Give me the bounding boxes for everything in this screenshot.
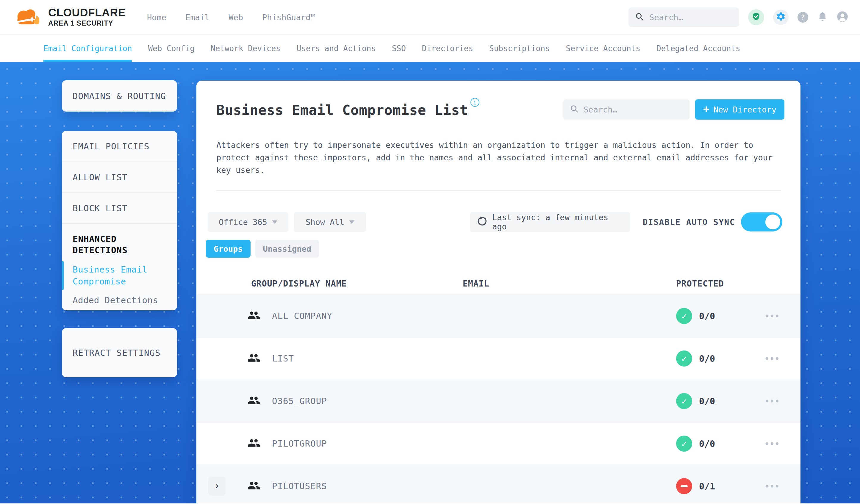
tab-groups[interactable]: Groups [206, 240, 250, 258]
sidebar-label-domains-routing: DOMAINS & ROUTING [73, 91, 166, 101]
sidebar-item-block-list[interactable]: BLOCK LIST [62, 193, 177, 224]
tab-directories[interactable]: Directories [422, 35, 473, 62]
group-name: PILOTGROUP [272, 438, 327, 449]
row-menu-button[interactable] [766, 441, 778, 447]
protected-count: 0/0 [699, 354, 715, 364]
group-icon [247, 395, 260, 407]
group-name: ALL COMPANY [272, 311, 332, 321]
tab-service-accounts[interactable]: Service Accounts [566, 35, 640, 62]
sidebar-item-business-email-compromise[interactable]: Business Email Compromise [73, 264, 166, 287]
group-name: PILOTUSERS [272, 481, 327, 491]
column-protected: PROTECTED [676, 279, 724, 289]
divider [216, 190, 781, 191]
bell-icon [817, 17, 828, 23]
sidebar-item-added-detections[interactable]: Added Detections [73, 295, 166, 305]
sidebar-label-block-list: BLOCK LIST [73, 203, 128, 213]
tab-users-and-actions[interactable]: Users and Actions [297, 35, 376, 62]
search-icon [570, 104, 579, 115]
sidebar-item-enhanced-detections[interactable]: ENHANCED DETECTIONS [73, 233, 166, 256]
table-row: › PILOTGROUP ✓ 0/0 [197, 422, 801, 465]
notifications-button[interactable] [817, 11, 828, 23]
sidebar-section-enhanced-detections: ENHANCED DETECTIONS Business Email Compr… [62, 224, 177, 305]
check-icon: ✓ [682, 438, 687, 449]
refresh-icon [477, 216, 487, 228]
group-icon [247, 480, 260, 492]
brand-subname: AREA 1 SECURITY [48, 19, 126, 27]
table-body: › ALL COMPANY ✓ 0/0 › LIST ✓ 0/0 › O365_… [197, 294, 801, 503]
group-icon [247, 437, 260, 450]
sidebar-item-allow-list[interactable]: ALLOW LIST [62, 162, 177, 193]
group-name: LIST [272, 354, 294, 363]
brand-text: CLOUDFLARE AREA 1 SECURITY [48, 7, 126, 27]
global-search[interactable] [629, 8, 739, 27]
protected-status-badge: ✓ [676, 308, 692, 324]
row-menu-button[interactable] [766, 356, 778, 362]
list-search-input[interactable] [584, 105, 683, 114]
chevron-down-icon [272, 220, 277, 224]
row-menu-button[interactable] [766, 313, 778, 319]
cloudflare-logo[interactable]: CLOUDFLARE AREA 1 SECURITY [12, 7, 126, 27]
check-icon: ✓ [682, 396, 687, 406]
help-button[interactable]: ? [798, 12, 808, 23]
page-title-text: Business Email Compromise List [216, 102, 468, 118]
directory-dropdown[interactable]: Office 365 [208, 212, 288, 232]
show-filter-value: Show All [306, 217, 344, 227]
settings-button[interactable] [773, 10, 789, 25]
protected-count: 0/0 [699, 438, 715, 449]
new-directory-label: New Directory [714, 105, 776, 114]
table-row: › LIST ✓ 0/0 [197, 337, 801, 380]
nav-email[interactable]: Email [185, 13, 210, 22]
plus-icon: + [703, 104, 709, 114]
new-directory-button[interactable]: + New Directory [695, 99, 785, 120]
column-email: EMAIL [463, 279, 489, 289]
sidebar-card-policies: EMAIL POLICIES ALLOW LIST BLOCK LIST ENH… [62, 131, 177, 310]
security-status-button[interactable] [748, 9, 764, 25]
last-sync-text: Last sync: a few minutes ago [492, 213, 624, 231]
auto-sync-toggle[interactable] [741, 213, 782, 231]
tab-web-config[interactable]: Web Config [148, 35, 195, 62]
list-search[interactable] [563, 99, 689, 120]
tab-email-configuration[interactable]: Email Configuration [43, 35, 132, 62]
question-mark-icon: ? [801, 13, 805, 21]
minus-icon [680, 485, 688, 487]
sidebar-item-email-policies[interactable]: EMAIL POLICIES [62, 131, 177, 162]
row-menu-button[interactable] [766, 398, 778, 404]
sidebar-item-retract-settings[interactable]: RETRACT SETTINGS [62, 328, 177, 377]
shield-check-icon [751, 12, 761, 23]
user-avatar-icon [837, 18, 848, 24]
expand-chevron-icon[interactable]: › [208, 477, 226, 496]
protected-status-badge: ✓ [676, 478, 692, 494]
tab-subscriptions[interactable]: Subscriptions [489, 35, 550, 62]
tab-sso[interactable]: SSO [392, 35, 406, 62]
info-icon[interactable]: i [471, 98, 479, 107]
table-row: › ALL COMPANY ✓ 0/0 [197, 294, 801, 337]
tab-unassigned[interactable]: Unassigned [255, 240, 319, 258]
tab-network-devices[interactable]: Network Devices [211, 35, 281, 62]
global-search-input[interactable] [649, 13, 733, 22]
show-filter-dropdown[interactable]: Show All [294, 212, 366, 232]
check-icon: ✓ [682, 354, 687, 364]
top-nav: Home Email Web PhishGuard™ [147, 13, 315, 22]
check-icon: ✓ [682, 311, 687, 321]
section-tabs: Email Configuration Web Config Network D… [0, 35, 860, 62]
search-icon [635, 12, 644, 22]
cloudflare-cloud-icon [12, 7, 44, 27]
page-background: DOMAINS & ROUTING EMAIL POLICIES ALLOW L… [0, 62, 860, 503]
group-icon [247, 352, 260, 365]
sidebar-label-email-policies: EMAIL POLICIES [73, 141, 149, 152]
chevron-down-icon [349, 220, 355, 224]
last-sync-button[interactable]: Last sync: a few minutes ago [470, 212, 630, 232]
protected-status-badge: ✓ [676, 350, 692, 366]
row-menu-button[interactable] [766, 483, 778, 489]
nav-home[interactable]: Home [147, 13, 166, 22]
sidebar-item-domains-routing[interactable]: DOMAINS & ROUTING [62, 80, 177, 112]
directory-dropdown-value: Office 365 [219, 217, 267, 227]
account-button[interactable] [837, 11, 848, 24]
active-item-indicator [62, 261, 64, 290]
nav-web[interactable]: Web [229, 13, 243, 22]
nav-phishguard[interactable]: PhishGuard™ [262, 13, 315, 22]
column-group-display-name: GROUP/DISPLAY NAME [251, 279, 347, 289]
toggle-knob [765, 215, 780, 229]
page-title: Business Email Compromise Listi [216, 102, 479, 118]
tab-delegated-accounts[interactable]: Delegated Accounts [657, 35, 740, 62]
